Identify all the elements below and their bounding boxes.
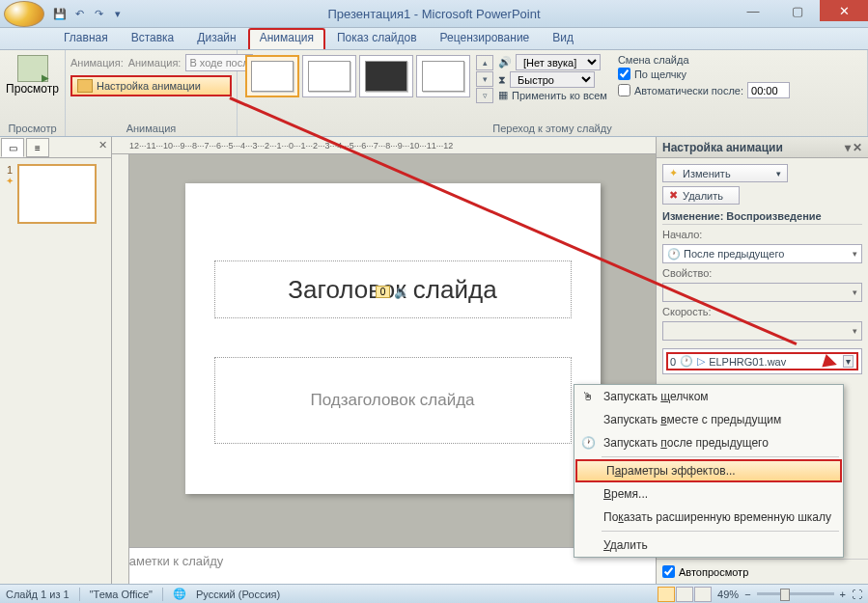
lang-icon: 🌐 [173,588,186,600]
transition-none[interactable] [245,55,299,97]
maximize-button[interactable]: ▢ [775,0,820,21]
minimize-button[interactable]: — [731,0,775,21]
tab-design[interactable]: Дизайн [185,28,247,49]
window-title: Презентация1 - Microsoft PowerPoint [327,7,540,21]
taskpane-menu-icon[interactable]: ▾ [845,141,851,154]
tab-animation[interactable]: Анимация [248,28,325,49]
ctx-start-click[interactable]: 🖱Запускать щелчком [574,385,843,408]
delete-icon: ✖ [669,189,678,202]
zoom-in-icon[interactable]: + [840,589,846,600]
apply-icon: ▦ [498,89,508,101]
clock-icon: 🕐 [680,355,693,368]
clock-icon: 🕐 [579,434,597,452]
ctx-start-after[interactable]: 🕐Запускать после предыдущего [574,431,843,454]
tab-view[interactable]: Вид [541,28,585,49]
sound-icon: 🔊 [498,56,512,69]
normal-view-button[interactable] [658,587,675,602]
transition-thumb[interactable] [302,55,356,97]
speed-label: Скорость: [662,306,862,317]
redo-icon[interactable]: ↷ [91,6,106,21]
subtitle-placeholder[interactable]: Подзаголовок слайда [214,357,572,444]
status-slide: Слайд 1 из 1 [6,589,70,600]
status-lang[interactable]: Русский (Россия) [196,589,280,600]
play-icon: ▷ [697,355,705,368]
ctx-show-timeline[interactable]: Показать расширенную временную шкалу [574,506,843,529]
apply-all-button[interactable]: ▦Применить ко всем [498,89,607,101]
property-label: Свойство: [662,267,862,279]
ctx-start-with[interactable]: Запускать вместе с предыдущим [574,408,843,431]
tab-slideshow[interactable]: Показ слайдов [325,28,429,49]
mouse-icon: 🖱 [579,388,597,405]
slides-tab[interactable]: ▭ [1,138,24,157]
status-theme[interactable]: "Тема Office" [90,589,153,600]
taskpane-title: Настройка анимации [662,141,783,154]
clock-icon: 🕐 [667,248,681,260]
animation-label: Анимация: [70,57,124,69]
auto-after-check[interactable] [618,84,630,96]
group-preview: Просмотр [0,123,65,134]
save-icon[interactable]: 💾 [52,6,68,21]
delete-effect-button[interactable]: ✖Удалить [662,186,740,205]
gallery-more-icon[interactable]: ▿ [476,88,493,103]
transition-speed[interactable]: Быстро [510,71,595,88]
transition-thumb[interactable] [416,55,470,97]
sound-object-icon[interactable]: 🔉 [394,285,409,299]
gallery-up-icon[interactable]: ▴ [476,55,493,70]
qat-more-icon[interactable]: ▾ [110,6,126,21]
tab-home[interactable]: Главная [52,28,120,49]
close-button[interactable]: ✕ [820,0,868,21]
sidebar-close-icon[interactable]: ✕ [95,137,111,157]
undo-icon[interactable]: ↶ [71,6,87,21]
taskpane-close-icon[interactable]: ✕ [853,141,862,154]
animation-indicator-icon: ✦ [6,176,14,186]
gallery-down-icon[interactable]: ▾ [476,71,493,87]
outline-tab[interactable]: ≡ [26,138,49,157]
slideshow-view-button[interactable] [694,587,712,602]
on-click-check[interactable] [618,68,630,80]
start-combo[interactable]: 🕐 После предыдущего [662,244,862,263]
transition-thumb[interactable] [359,55,413,97]
group-animation: Анимация [66,123,237,134]
ctx-effect-params[interactable]: Параметры эффектов... [575,459,842,482]
autopreview-check[interactable] [662,565,675,578]
transition-sound[interactable]: [Нет звука] [516,54,601,70]
auto-time-input[interactable] [747,82,790,98]
ctx-timing[interactable]: Время... [574,482,843,506]
effect-context-menu: 🖱Запускать щелчком Запускать вместе с пр… [574,384,844,558]
zoom-value[interactable]: 49% [717,589,739,600]
preview-icon [17,55,48,82]
custom-animation-button[interactable]: Настройка анимации [70,75,232,96]
start-label: Начало: [662,229,862,240]
ctx-remove[interactable]: Удалить [574,534,843,557]
section-title: Изменение: Воспроизведение [662,208,862,225]
tab-review[interactable]: Рецензирование [429,28,542,49]
ribbon-tabs: Главная Вставка Дизайн Анимация Показ сл… [0,28,868,50]
change-effect-button[interactable]: ✦Изменить [662,164,788,182]
tab-insert[interactable]: Вставка [120,28,186,49]
preview-label: Просмотр [6,82,59,96]
fit-icon[interactable]: ⛶ [852,589,862,600]
star-icon: ✦ [669,167,678,179]
preview-button[interactable]: Просмотр [5,52,60,98]
group-transition: Переход к этому слайду [238,123,867,134]
zoom-slider[interactable] [757,592,834,595]
sorter-view-button[interactable] [676,587,693,602]
custom-animation-icon [77,79,93,93]
zoom-out-icon[interactable]: − [744,589,750,600]
speed-icon: ⧗ [498,73,506,86]
office-button[interactable] [4,1,44,27]
slide-thumb-1[interactable]: 1 ✦ [6,164,105,224]
horizontal-ruler: 12···11···10···9···8···7···6···5···4···3… [112,137,656,154]
change-title: Смена слайда [618,54,790,66]
anim-order-badge: 0 [376,286,391,298]
